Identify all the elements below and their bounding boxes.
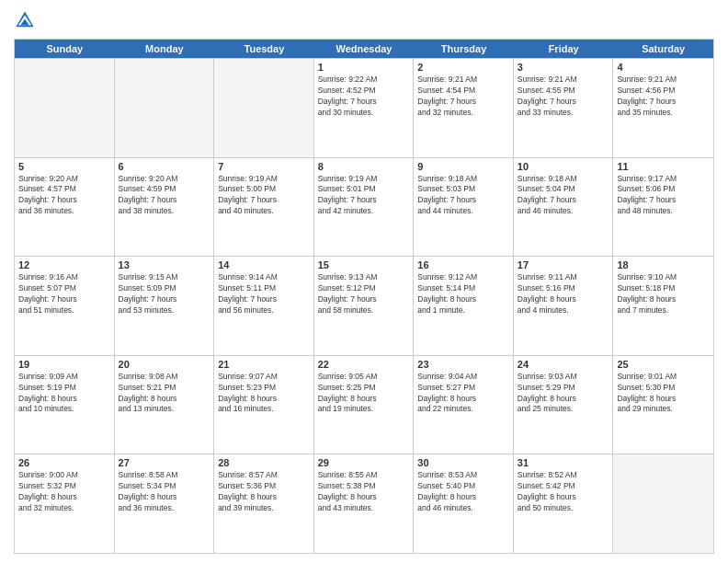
day-info: Sunrise: 9:20 AM Sunset: 4:59 PM Dayligh…: [119, 174, 210, 218]
day-number: 26: [18, 457, 110, 468]
weekday-header: Sunday: [15, 40, 115, 58]
day-info: Sunrise: 9:18 AM Sunset: 5:04 PM Dayligh…: [518, 174, 609, 218]
day-info: Sunrise: 9:09 AM Sunset: 5:19 PM Dayligh…: [18, 372, 110, 416]
day-info: Sunrise: 9:10 AM Sunset: 5:18 PM Dayligh…: [617, 272, 710, 316]
day-number: 19: [18, 359, 110, 370]
calendar-row: 5Sunrise: 9:20 AM Sunset: 4:57 PM Daylig…: [15, 157, 713, 257]
day-number: 8: [318, 161, 410, 172]
calendar-cell: 1Sunrise: 9:22 AM Sunset: 4:52 PM Daylig…: [314, 59, 415, 157]
day-info: Sunrise: 9:00 AM Sunset: 5:32 PM Dayligh…: [18, 470, 110, 514]
calendar-cell: 4Sunrise: 9:21 AM Sunset: 4:56 PM Daylig…: [613, 59, 713, 157]
calendar-cell: 25Sunrise: 9:01 AM Sunset: 5:30 PM Dayli…: [613, 356, 713, 454]
day-number: 23: [417, 359, 509, 370]
calendar-row: 1Sunrise: 9:22 AM Sunset: 4:52 PM Daylig…: [15, 58, 713, 157]
calendar-cell: 6Sunrise: 9:20 AM Sunset: 4:59 PM Daylig…: [115, 158, 215, 257]
day-info: Sunrise: 9:22 AM Sunset: 4:52 PM Dayligh…: [318, 75, 410, 119]
calendar-cell: [115, 59, 215, 157]
day-number: 16: [417, 259, 509, 270]
day-info: Sunrise: 9:15 AM Sunset: 5:09 PM Dayligh…: [119, 272, 210, 316]
calendar-cell: 24Sunrise: 9:03 AM Sunset: 5:29 PM Dayli…: [514, 356, 614, 454]
weekday-header: Tuesday: [214, 40, 314, 58]
day-info: Sunrise: 9:17 AM Sunset: 5:06 PM Dayligh…: [617, 174, 710, 218]
day-number: 11: [617, 161, 710, 172]
day-info: Sunrise: 9:16 AM Sunset: 5:07 PM Dayligh…: [18, 272, 110, 316]
weekday-header: Friday: [514, 40, 614, 58]
day-info: Sunrise: 9:21 AM Sunset: 4:54 PM Dayligh…: [417, 75, 509, 119]
calendar-cell: 13Sunrise: 9:15 AM Sunset: 5:09 PM Dayli…: [115, 257, 215, 355]
calendar-cell: 11Sunrise: 9:17 AM Sunset: 5:06 PM Dayli…: [613, 158, 713, 257]
calendar-row: 12Sunrise: 9:16 AM Sunset: 5:07 PM Dayli…: [15, 256, 713, 355]
calendar-cell: 15Sunrise: 9:13 AM Sunset: 5:12 PM Dayli…: [314, 257, 415, 355]
logo: [14, 9, 40, 31]
calendar-cell: 5Sunrise: 9:20 AM Sunset: 4:57 PM Daylig…: [15, 158, 115, 257]
calendar-cell: 22Sunrise: 9:05 AM Sunset: 5:25 PM Dayli…: [314, 356, 415, 454]
day-info: Sunrise: 9:04 AM Sunset: 5:27 PM Dayligh…: [417, 372, 509, 416]
calendar-body: 1Sunrise: 9:22 AM Sunset: 4:52 PM Daylig…: [15, 58, 713, 553]
calendar-cell: 23Sunrise: 9:04 AM Sunset: 5:27 PM Dayli…: [414, 356, 514, 454]
day-number: 12: [18, 259, 110, 270]
calendar-row: 26Sunrise: 9:00 AM Sunset: 5:32 PM Dayli…: [15, 454, 713, 553]
day-number: 3: [518, 62, 609, 73]
day-info: Sunrise: 9:05 AM Sunset: 5:25 PM Dayligh…: [318, 372, 410, 416]
day-info: Sunrise: 8:55 AM Sunset: 5:38 PM Dayligh…: [318, 470, 410, 514]
day-info: Sunrise: 9:18 AM Sunset: 5:03 PM Dayligh…: [417, 174, 509, 218]
header: [14, 9, 714, 31]
calendar-cell: 20Sunrise: 9:08 AM Sunset: 5:21 PM Dayli…: [115, 356, 215, 454]
day-number: 30: [417, 457, 509, 468]
day-number: 4: [617, 62, 710, 73]
calendar-cell: 27Sunrise: 8:58 AM Sunset: 5:34 PM Dayli…: [115, 454, 215, 553]
calendar-cell: 31Sunrise: 8:52 AM Sunset: 5:42 PM Dayli…: [514, 454, 614, 553]
calendar-header: SundayMondayTuesdayWednesdayThursdayFrid…: [15, 40, 713, 58]
calendar-cell: 8Sunrise: 9:19 AM Sunset: 5:01 PM Daylig…: [314, 158, 415, 257]
calendar-cell: [613, 454, 713, 553]
day-number: 18: [617, 259, 710, 270]
day-number: 9: [417, 161, 509, 172]
day-number: 2: [417, 62, 509, 73]
calendar-cell: 7Sunrise: 9:19 AM Sunset: 5:00 PM Daylig…: [214, 158, 314, 257]
calendar-cell: 2Sunrise: 9:21 AM Sunset: 4:54 PM Daylig…: [414, 59, 514, 157]
calendar-cell: 28Sunrise: 8:57 AM Sunset: 5:36 PM Dayli…: [214, 454, 314, 553]
day-number: 7: [218, 161, 310, 172]
calendar-cell: 30Sunrise: 8:53 AM Sunset: 5:40 PM Dayli…: [414, 454, 514, 553]
weekday-header: Monday: [115, 40, 215, 58]
calendar-cell: 17Sunrise: 9:11 AM Sunset: 5:16 PM Dayli…: [514, 257, 614, 355]
day-info: Sunrise: 9:13 AM Sunset: 5:12 PM Dayligh…: [318, 272, 410, 316]
weekday-header: Thursday: [414, 40, 514, 58]
day-info: Sunrise: 9:21 AM Sunset: 4:55 PM Dayligh…: [518, 75, 609, 119]
day-info: Sunrise: 9:11 AM Sunset: 5:16 PM Dayligh…: [518, 272, 609, 316]
calendar-cell: 16Sunrise: 9:12 AM Sunset: 5:14 PM Dayli…: [414, 257, 514, 355]
day-info: Sunrise: 9:14 AM Sunset: 5:11 PM Dayligh…: [218, 272, 310, 316]
calendar-cell: 3Sunrise: 9:21 AM Sunset: 4:55 PM Daylig…: [514, 59, 614, 157]
day-number: 10: [518, 161, 609, 172]
day-info: Sunrise: 8:52 AM Sunset: 5:42 PM Dayligh…: [518, 470, 609, 514]
day-number: 5: [18, 161, 110, 172]
day-number: 31: [518, 457, 609, 468]
day-number: 6: [119, 161, 210, 172]
day-number: 15: [318, 259, 410, 270]
calendar-cell: 29Sunrise: 8:55 AM Sunset: 5:38 PM Dayli…: [314, 454, 415, 553]
day-number: 13: [119, 259, 210, 270]
calendar-cell: 18Sunrise: 9:10 AM Sunset: 5:18 PM Dayli…: [613, 257, 713, 355]
day-info: Sunrise: 9:21 AM Sunset: 4:56 PM Dayligh…: [617, 75, 710, 119]
logo-icon: [14, 9, 36, 31]
day-info: Sunrise: 9:12 AM Sunset: 5:14 PM Dayligh…: [417, 272, 509, 316]
calendar-cell: 9Sunrise: 9:18 AM Sunset: 5:03 PM Daylig…: [414, 158, 514, 257]
calendar-cell: [214, 59, 314, 157]
day-number: 14: [218, 259, 310, 270]
day-number: 27: [119, 457, 210, 468]
day-number: 25: [617, 359, 710, 370]
day-number: 29: [318, 457, 410, 468]
calendar-cell: 12Sunrise: 9:16 AM Sunset: 5:07 PM Dayli…: [15, 257, 115, 355]
day-number: 1: [318, 62, 410, 73]
day-number: 24: [518, 359, 609, 370]
page: SundayMondayTuesdayWednesdayThursdayFrid…: [0, 0, 728, 563]
day-info: Sunrise: 9:07 AM Sunset: 5:23 PM Dayligh…: [218, 372, 310, 416]
weekday-header: Wednesday: [314, 40, 415, 58]
calendar-cell: 26Sunrise: 9:00 AM Sunset: 5:32 PM Dayli…: [15, 454, 115, 553]
day-info: Sunrise: 9:08 AM Sunset: 5:21 PM Dayligh…: [119, 372, 210, 416]
calendar-cell: 10Sunrise: 9:18 AM Sunset: 5:04 PM Dayli…: [514, 158, 614, 257]
calendar-cell: 14Sunrise: 9:14 AM Sunset: 5:11 PM Dayli…: [214, 257, 314, 355]
weekday-header: Saturday: [613, 40, 713, 58]
day-info: Sunrise: 8:58 AM Sunset: 5:34 PM Dayligh…: [119, 470, 210, 514]
day-info: Sunrise: 9:20 AM Sunset: 4:57 PM Dayligh…: [18, 174, 110, 218]
